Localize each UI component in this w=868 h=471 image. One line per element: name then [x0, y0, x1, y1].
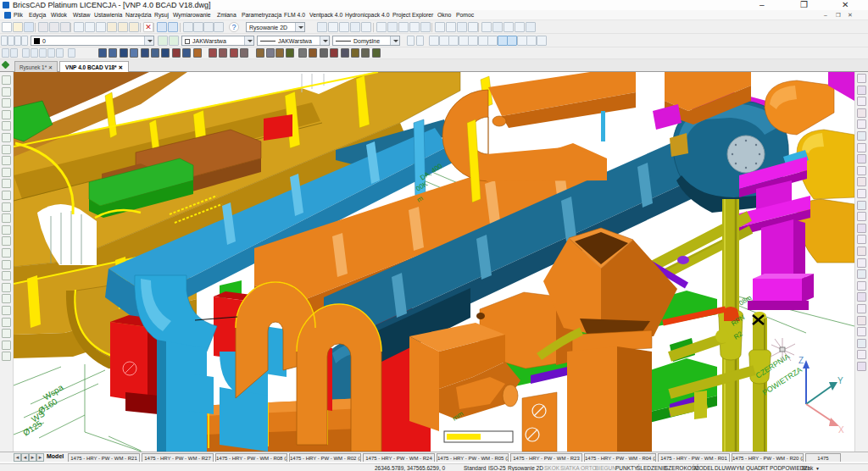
svg-text:Z: Z	[798, 356, 804, 365]
svg-text:Y: Y	[837, 376, 843, 385]
svg-text:X: X	[838, 425, 844, 435]
